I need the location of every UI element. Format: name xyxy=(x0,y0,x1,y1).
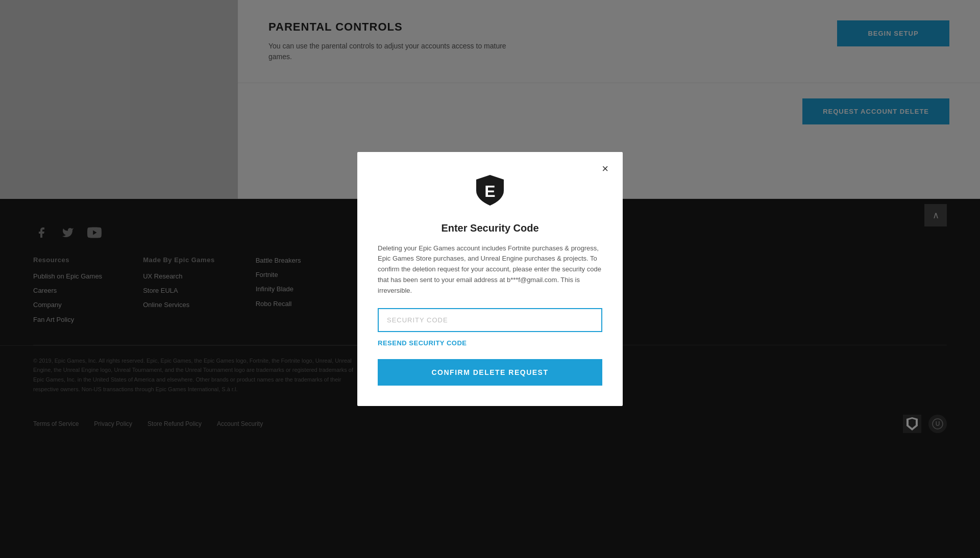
security-code-input[interactable] xyxy=(378,308,602,332)
modal-description: Deleting your Epic Games account include… xyxy=(378,243,602,296)
modal-body: E Enter Security Code Deleting your Epic… xyxy=(357,152,623,407)
confirm-delete-request-button[interactable]: CONFIRM DELETE REQUEST xyxy=(378,359,602,386)
modal-title: Enter Security Code xyxy=(441,222,538,234)
svg-text:E: E xyxy=(484,182,495,200)
modal-close-button[interactable]: × xyxy=(598,161,612,176)
epic-games-logo: E xyxy=(472,172,508,210)
modal-overlay[interactable]: × E Enter Security Code Deleting your Ep… xyxy=(0,0,980,558)
security-code-modal: × E Enter Security Code Deleting your Ep… xyxy=(357,152,623,407)
resend-security-code-button[interactable]: RESEND SECURITY CODE xyxy=(378,339,467,347)
